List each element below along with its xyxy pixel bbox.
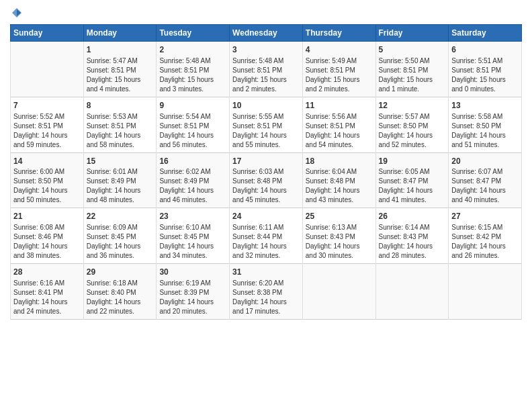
day-info: Daylight: 14 hours xyxy=(451,186,519,195)
week-row-4: 21Sunrise: 6:08 AMSunset: 8:46 PMDayligh… xyxy=(11,208,522,264)
day-info: Daylight: 14 hours xyxy=(379,131,446,140)
calendar-body: 1Sunrise: 5:47 AMSunset: 8:51 PMDaylight… xyxy=(11,42,522,320)
day-info: Sunrise: 5:50 AM xyxy=(379,56,446,66)
day-info: Sunrise: 6:19 AM xyxy=(159,279,226,288)
calendar-cell: 30Sunrise: 6:19 AMSunset: 8:39 PMDayligh… xyxy=(157,264,230,320)
day-info: Sunrise: 6:13 AM xyxy=(306,223,373,232)
day-info: Sunrise: 5:54 AM xyxy=(159,112,226,122)
day-info: Sunrise: 5:48 AM xyxy=(232,56,300,66)
calendar-cell: 20Sunrise: 6:07 AMSunset: 8:47 PMDayligh… xyxy=(449,152,522,208)
day-info: Sunset: 8:43 PM xyxy=(379,232,446,242)
calendar-cell: 9Sunrise: 5:54 AMSunset: 8:51 PMDaylight… xyxy=(157,97,230,152)
day-info: Daylight: 15 hours xyxy=(232,75,300,85)
day-number: 6 xyxy=(451,44,519,56)
day-info: and 52 minutes. xyxy=(379,140,446,150)
calendar-cell: 21Sunrise: 6:08 AMSunset: 8:46 PMDayligh… xyxy=(11,208,84,264)
day-info: and 2 minutes. xyxy=(306,85,373,94)
day-number: 28 xyxy=(13,267,81,278)
day-number: 24 xyxy=(232,211,300,222)
day-info: Sunset: 8:51 PM xyxy=(306,122,373,131)
day-info: Sunset: 8:50 PM xyxy=(379,122,446,131)
day-info: Daylight: 14 hours xyxy=(87,131,154,140)
day-info: and 45 minutes. xyxy=(232,195,300,205)
day-info: Sunset: 8:39 PM xyxy=(159,288,226,298)
day-info: Daylight: 14 hours xyxy=(13,242,81,251)
day-info: and 4 minutes. xyxy=(87,85,154,94)
day-number: 10 xyxy=(232,100,300,111)
calendar-cell xyxy=(375,264,449,320)
calendar-cell: 15Sunrise: 6:01 AMSunset: 8:49 PMDayligh… xyxy=(83,152,157,208)
day-info: Daylight: 14 hours xyxy=(159,186,226,195)
day-info: Sunrise: 6:08 AM xyxy=(13,223,81,232)
day-number: 14 xyxy=(13,156,81,167)
day-info: and 38 minutes. xyxy=(13,251,81,261)
day-info: Daylight: 14 hours xyxy=(379,242,446,251)
day-info: Daylight: 14 hours xyxy=(232,186,300,195)
calendar-cell: 17Sunrise: 6:03 AMSunset: 8:48 PMDayligh… xyxy=(230,152,303,208)
calendar-cell: 24Sunrise: 6:11 AMSunset: 8:44 PMDayligh… xyxy=(230,208,303,264)
calendar-cell: 10Sunrise: 5:55 AMSunset: 8:51 PMDayligh… xyxy=(230,97,303,152)
calendar-cell: 11Sunrise: 5:56 AMSunset: 8:51 PMDayligh… xyxy=(302,97,375,152)
header xyxy=(10,7,522,19)
day-number: 19 xyxy=(379,156,446,167)
day-info: Sunset: 8:51 PM xyxy=(87,66,154,75)
day-info: Sunrise: 6:00 AM xyxy=(13,167,81,177)
day-info: Daylight: 14 hours xyxy=(306,242,373,251)
day-info: Sunset: 8:51 PM xyxy=(232,66,300,75)
week-row-1: 1Sunrise: 5:47 AMSunset: 8:51 PMDaylight… xyxy=(11,42,522,97)
day-info: Sunset: 8:43 PM xyxy=(306,232,373,242)
day-info: Sunset: 8:45 PM xyxy=(87,232,154,242)
calendar-cell: 22Sunrise: 6:09 AMSunset: 8:45 PMDayligh… xyxy=(83,208,157,264)
day-info: Sunset: 8:42 PM xyxy=(451,232,519,242)
day-info: Sunset: 8:48 PM xyxy=(232,177,300,186)
calendar-cell: 16Sunrise: 6:02 AMSunset: 8:49 PMDayligh… xyxy=(157,152,230,208)
day-info: and 59 minutes. xyxy=(13,140,81,150)
calendar-cell: 8Sunrise: 5:53 AMSunset: 8:51 PMDaylight… xyxy=(83,97,157,152)
logo xyxy=(10,7,24,19)
logo-text xyxy=(10,7,24,19)
day-info: Sunrise: 6:18 AM xyxy=(87,279,154,288)
day-number: 18 xyxy=(306,156,373,167)
column-header-wednesday: Wednesday xyxy=(230,25,303,42)
day-number: 30 xyxy=(159,267,226,278)
day-number: 27 xyxy=(451,211,519,222)
day-info: and 56 minutes. xyxy=(159,140,226,150)
day-info: and 48 minutes. xyxy=(87,195,154,205)
day-info: Sunrise: 6:07 AM xyxy=(451,167,519,177)
day-info: Sunset: 8:51 PM xyxy=(13,122,81,131)
day-info: and 24 minutes. xyxy=(13,307,81,316)
day-info: Sunset: 8:45 PM xyxy=(159,232,226,242)
day-info: Sunrise: 5:49 AM xyxy=(306,56,373,66)
day-info: Sunrise: 5:52 AM xyxy=(13,112,81,122)
day-info: and 3 minutes. xyxy=(159,85,226,94)
day-number: 8 xyxy=(87,100,154,111)
day-info: Daylight: 14 hours xyxy=(232,298,300,307)
calendar-header: SundayMondayTuesdayWednesdayThursdayFrid… xyxy=(11,25,522,42)
calendar-cell: 2Sunrise: 5:48 AMSunset: 8:51 PMDaylight… xyxy=(157,42,230,97)
calendar-cell: 4Sunrise: 5:49 AMSunset: 8:51 PMDaylight… xyxy=(302,42,375,97)
week-row-2: 7Sunrise: 5:52 AMSunset: 8:51 PMDaylight… xyxy=(11,97,522,152)
day-info: Sunset: 8:49 PM xyxy=(159,177,226,186)
day-info: Sunset: 8:40 PM xyxy=(87,288,154,298)
calendar-cell: 6Sunrise: 5:51 AMSunset: 8:51 PMDaylight… xyxy=(449,42,522,97)
day-info: Sunrise: 5:53 AM xyxy=(87,112,154,122)
day-info: Sunrise: 5:55 AM xyxy=(232,112,300,122)
day-info: and 51 minutes. xyxy=(451,140,519,150)
day-info: Sunrise: 5:47 AM xyxy=(87,56,154,66)
column-header-monday: Monday xyxy=(83,25,157,42)
calendar-cell: 7Sunrise: 5:52 AMSunset: 8:51 PMDaylight… xyxy=(11,97,84,152)
day-number: 25 xyxy=(306,211,373,222)
day-info: Sunset: 8:51 PM xyxy=(306,66,373,75)
calendar-cell: 1Sunrise: 5:47 AMSunset: 8:51 PMDaylight… xyxy=(83,42,157,97)
column-header-tuesday: Tuesday xyxy=(157,25,230,42)
calendar-cell: 3Sunrise: 5:48 AMSunset: 8:51 PMDaylight… xyxy=(230,42,303,97)
day-info: Daylight: 14 hours xyxy=(87,186,154,195)
day-info: Daylight: 14 hours xyxy=(13,186,81,195)
day-number: 20 xyxy=(451,156,519,167)
week-row-5: 28Sunrise: 6:16 AMSunset: 8:41 PMDayligh… xyxy=(11,264,522,320)
day-info: and 40 minutes. xyxy=(451,195,519,205)
day-number: 23 xyxy=(159,211,226,222)
day-number: 22 xyxy=(87,211,154,222)
day-info: Daylight: 14 hours xyxy=(159,242,226,251)
day-info: Sunrise: 6:09 AM xyxy=(87,223,154,232)
